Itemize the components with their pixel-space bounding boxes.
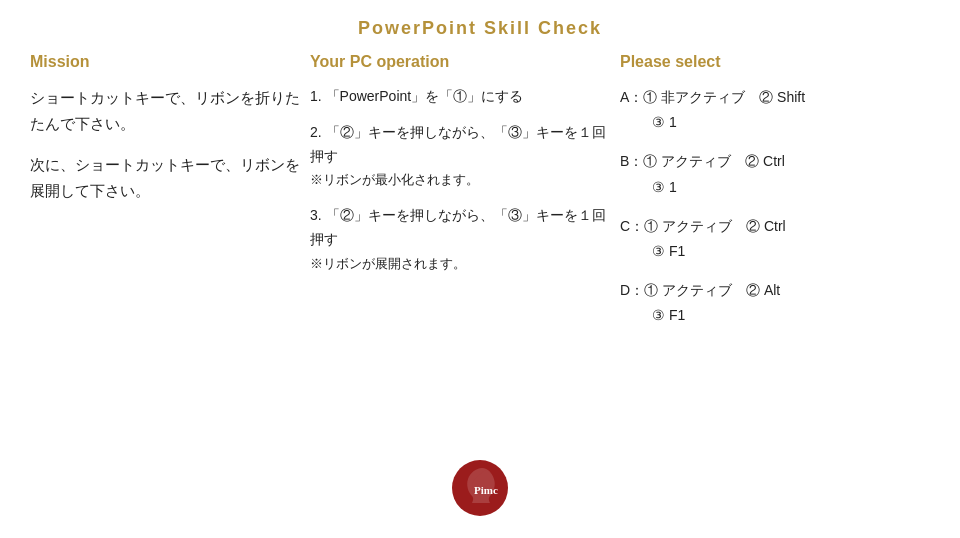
select-option-C[interactable]: C：① アクティブ ② Ctrl ③ F1	[620, 214, 910, 264]
mission-column: Mission ショートカットキーで、リボンを折りたたんで下さい。 次に、ショー…	[30, 53, 310, 343]
operation-column: Your PC operation 1. 「PowerPoint」を「①」にする…	[310, 53, 620, 343]
select-column: Please select A：① 非アクティブ ② Shift ③ 1 B：①…	[620, 53, 910, 343]
select-option-D[interactable]: D：① アクティブ ② Alt ③ F1	[620, 278, 910, 328]
logo-area: Pimc	[448, 456, 512, 520]
operation-item-2: 2. 「②」キーを押しながら、「③」キーを１回押す ※リボンが最小化されます。	[310, 121, 610, 192]
select-options: A：① 非アクティブ ② Shift ③ 1 B：① アクティブ ② Ctrl …	[620, 85, 910, 329]
select-option-A[interactable]: A：① 非アクティブ ② Shift ③ 1	[620, 85, 910, 135]
operation-item-1-text: 「PowerPoint」を「①」にする	[326, 88, 524, 104]
operation-item-3-number: 3.	[310, 207, 322, 223]
operation-item-2-note: ※リボンが最小化されます。	[310, 172, 479, 187]
page-title: PowerPoint Skill Check	[0, 0, 960, 53]
operation-list: 1. 「PowerPoint」を「①」にする 2. 「②」キーを押しながら、「③…	[310, 85, 610, 276]
select-option-B[interactable]: B：① アクティブ ② Ctrl ③ 1	[620, 149, 910, 199]
mission-text-1: ショートカットキーで、リボンを折りたたんで下さい。	[30, 85, 300, 136]
select-option-C-label: C：① アクティブ ② Ctrl	[620, 214, 910, 239]
operation-item-1-number: 1.	[310, 88, 322, 104]
mission-text-2: 次に、ショートカットキーで、リボンを展開して下さい。	[30, 152, 300, 203]
operation-item-2-number: 2.	[310, 124, 322, 140]
select-header: Please select	[620, 53, 910, 71]
mission-header: Mission	[30, 53, 300, 71]
select-option-D-label: D：① アクティブ ② Alt	[620, 278, 910, 303]
operation-item-3-text: 「②」キーを押しながら、「③」キーを１回押す	[310, 207, 606, 247]
pimc-logo: Pimc	[448, 456, 512, 520]
select-option-A-label: A：① 非アクティブ ② Shift	[620, 85, 910, 110]
select-option-B-label: B：① アクティブ ② Ctrl	[620, 149, 910, 174]
select-option-B-sub: ③ 1	[620, 175, 910, 200]
operation-item-3: 3. 「②」キーを押しながら、「③」キーを１回押す ※リボンが展開されます。	[310, 204, 610, 275]
select-option-A-sub: ③ 1	[620, 110, 910, 135]
operation-item-3-note: ※リボンが展開されます。	[310, 256, 466, 271]
select-option-C-sub: ③ F1	[620, 239, 910, 264]
operation-item-1: 1. 「PowerPoint」を「①」にする	[310, 85, 610, 109]
operation-item-2-text: 「②」キーを押しながら、「③」キーを１回押す	[310, 124, 606, 164]
operation-header: Your PC operation	[310, 53, 610, 71]
select-option-D-sub: ③ F1	[620, 303, 910, 328]
